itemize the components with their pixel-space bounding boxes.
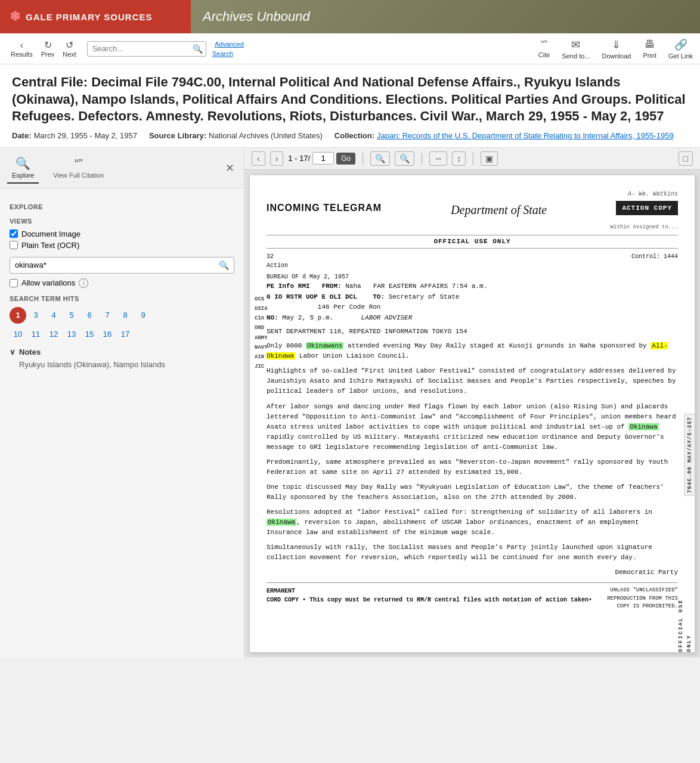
viewer-prev-button[interactable]: ‹	[252, 151, 265, 166]
hit-item-13[interactable]: 13	[63, 326, 80, 343]
to-value: Secretary of State	[389, 293, 460, 300]
doc-title-section: Central File: Decimal File 794C.00, Inte…	[0, 64, 700, 148]
hit-item-4[interactable]: 4	[45, 307, 62, 324]
hit-item-16[interactable]: 16	[99, 326, 116, 343]
image-view-button[interactable]: ▣	[481, 151, 498, 166]
prev-button[interactable]: ↻ Prev	[38, 38, 58, 59]
print-icon: 🖶	[645, 38, 655, 51]
doc-image: A- Wa. Watkins INCOMING TELEGRAM Departm…	[249, 175, 695, 653]
notes-toggle-button[interactable]: ∨ Notes	[10, 348, 41, 356]
fit-width-button[interactable]: ↔	[429, 151, 447, 166]
official-use-banner: OFFICIAL USE ONLY	[267, 235, 678, 249]
search-icon[interactable]: 🔍	[193, 44, 203, 54]
hit-item-17[interactable]: 17	[117, 326, 134, 343]
sidebar-search-input[interactable]	[15, 260, 219, 269]
explore-section-title: EXPLORE	[10, 203, 234, 210]
source-value: National Archives (United States)	[209, 131, 323, 140]
download-button[interactable]: ⇓ Download	[602, 38, 631, 60]
go-button[interactable]: Go	[336, 153, 355, 165]
democratic-party-line: Democratic Party	[267, 567, 678, 578]
send-to-button[interactable]: ✉ Send to...	[562, 38, 590, 60]
hit-item-3[interactable]: 3	[27, 307, 44, 324]
control-row: 32Action Control: 1444	[267, 252, 678, 270]
page-input[interactable]	[312, 152, 334, 165]
official-use-side-label: OFFICIAL USE ONLY	[677, 581, 693, 652]
sidebar-close-button[interactable]: ✕	[223, 159, 237, 177]
labor-adviser: LABOR ADVISER	[361, 314, 412, 321]
source-label: Source Library:	[149, 131, 206, 140]
tab-view-full-citation[interactable]: “” View Full Citation	[48, 153, 109, 182]
prev-icon: ↻	[44, 39, 52, 51]
cite-button[interactable]: “” Cite	[538, 39, 550, 58]
print-button[interactable]: 🖶 Print	[643, 38, 656, 59]
advanced-search-label[interactable]: AdvancedSearch	[212, 41, 244, 57]
incoming-telegram-label: INCOMING TELEGRAM	[267, 201, 382, 215]
hits-row-2: 10 11 12 13 15 16 17	[10, 326, 234, 343]
hit-item-8[interactable]: 8	[117, 307, 134, 324]
source-meta: Source Library: National Archives (Unite…	[149, 131, 323, 140]
next-button[interactable]: ↺ Next	[59, 38, 80, 59]
results-button[interactable]: ‹ Results	[7, 39, 36, 59]
sidebar-content: EXPLORE VIEWS Document Image Plain Text …	[0, 189, 244, 376]
paragraph-3: After labor songs and dancing under Red …	[267, 402, 678, 452]
hit-item-7[interactable]: 7	[99, 307, 116, 324]
left-arrow-icon: ‹	[20, 40, 23, 51]
rotate-button[interactable]: ↕	[452, 151, 466, 166]
search-term-section: 🔍 Allow variations i	[10, 257, 234, 288]
download-icon: ⇓	[612, 38, 621, 51]
search-input[interactable]	[92, 44, 193, 53]
notes-content: Ryukyu Islands (Okinawa), Nampo Islands	[10, 360, 234, 369]
document-image-checkbox[interactable]	[10, 229, 18, 238]
hits-row-1: 1 3 4 5 6 7 8 9	[10, 307, 234, 324]
date-meta: Date: March 29, 1955 - May 2, 1957	[12, 131, 137, 140]
fullscreen-button[interactable]: □	[679, 151, 693, 166]
tab-explore[interactable]: 🔍 Explore	[7, 153, 39, 184]
views-label: VIEWS	[10, 218, 234, 225]
no-value: May 2, 5 p.m.	[282, 314, 333, 321]
document-content: A- Wa. Watkins INCOMING TELEGRAM Departm…	[250, 175, 695, 652]
print-label: Print	[643, 52, 656, 59]
hit-item-9[interactable]: 9	[135, 307, 151, 324]
sent-line: SENT DEPARTMENT 116, REPEATED INFORMATIO…	[267, 327, 678, 337]
paragraph-2: Highlights of so-called "First United La…	[267, 366, 678, 396]
sidebar-search-icon[interactable]: 🔍	[219, 260, 229, 270]
get-link-button[interactable]: 🔗 Get Link	[668, 38, 693, 60]
hit-item-15[interactable]: 15	[81, 326, 98, 343]
sidebar-tabs: 🔍 Explore “” View Full Citation	[7, 153, 109, 184]
plain-text-row: Plain Text (OCR)	[10, 241, 234, 250]
paragraph-6: Resolutions adopted at "labor Festival" …	[267, 507, 678, 538]
views-section: VIEWS Document Image Plain Text (OCR)	[10, 218, 234, 250]
hit-item-5[interactable]: 5	[63, 307, 80, 324]
highlight-okinawa-3: Okinawa	[267, 519, 296, 526]
viewer-next-button[interactable]: ›	[270, 151, 284, 166]
hit-item-6[interactable]: 6	[81, 307, 98, 324]
highlight-okinawa-2: Okinawa	[628, 423, 658, 430]
document-title: Central File: Decimal File 794C.00, Inte…	[12, 74, 688, 125]
from-value-label: FROM: Naha	[322, 281, 361, 291]
zoom-out-button[interactable]: 🔍	[370, 151, 390, 166]
doc-header-row: INCOMING TELEGRAM Department of State AC…	[267, 201, 678, 219]
hit-item-11[interactable]: 11	[27, 326, 44, 343]
collection-meta: Collection: Japan: Records of the U.S. D…	[334, 131, 674, 140]
toolbar: ‹ Results ↻ Prev ↺ Next 🔍 AdvancedSearch…	[0, 33, 700, 64]
hit-item-12[interactable]: 12	[45, 326, 62, 343]
results-label: Results	[11, 51, 33, 58]
plain-text-checkbox[interactable]	[10, 241, 18, 249]
from-label-text: PE Info RMI	[267, 283, 310, 290]
highlight-okinawans-1: Okinawans	[306, 342, 343, 349]
hit-item-10[interactable]: 10	[10, 326, 26, 343]
advanced-search-link[interactable]: AdvancedSearch	[212, 39, 244, 57]
gale-snowflake-icon: ❄	[10, 9, 21, 24]
allow-variations-checkbox[interactable]	[10, 279, 18, 287]
sidebar: 🔍 Explore “” View Full Citation ✕ EXPLOR…	[0, 148, 244, 657]
from-fields: PE Info RMI	[267, 281, 310, 291]
doc-viewer: ‹ › 1 - 17/ Go 🔍 🔍 ↔ ↕ ▣ □ A- Wa. Watkin…	[244, 148, 700, 657]
search-bar: 🔍	[87, 41, 206, 57]
hit-item-1[interactable]: 1	[10, 307, 26, 324]
zoom-in-button[interactable]: 🔍	[395, 151, 414, 166]
separator-2	[422, 153, 422, 165]
search-hits-section: SEARCH TERM HITS 1 3 4 5 6 7 8 9 10 11 1…	[10, 295, 234, 343]
bureau-row: BUREAU OF d May 2, 1957	[267, 272, 678, 281]
collection-link[interactable]: Japan: Records of the U.S. Department of…	[377, 131, 674, 140]
info-icon[interactable]: i	[79, 278, 88, 288]
